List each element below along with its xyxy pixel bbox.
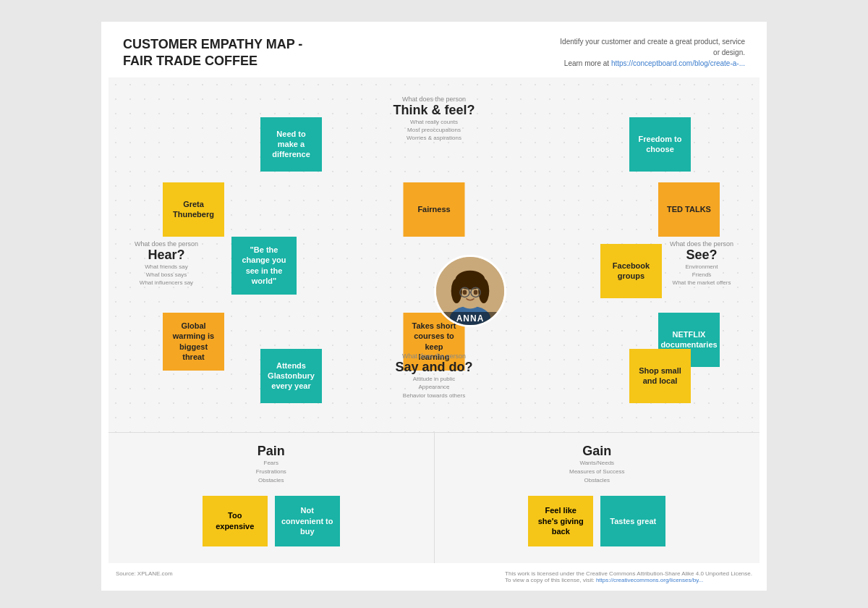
think-feel-header: What does the person — [376, 96, 492, 103]
say-do-label: What does the person Say and do? Attitud… — [376, 352, 492, 400]
footer-license-link[interactable]: https://creativecommons.org/licenses/by.… — [596, 577, 703, 583]
think-feel-sub: What really counts Most preoccupations W… — [376, 118, 492, 143]
note-facebook-groups: Facebook groups — [600, 244, 662, 298]
footer-license: This work is licensed under the Creative… — [505, 570, 752, 583]
subtitle-block: Identify your customer and create a grea… — [557, 36, 745, 69]
note-be-change: "Be the change you see in the world" — [231, 237, 297, 295]
svg-point-11 — [474, 290, 478, 295]
pain-panel: Pain Fears Frustrations Obstacles Too ex… — [109, 433, 435, 563]
say-do-sub: Attitude in public Appearance Behavior t… — [376, 375, 492, 400]
gain-note-tastes-great: Tastes great — [600, 496, 665, 546]
note-greta: Greta Thuneberg — [163, 182, 224, 237]
footer-source: Source: XPLANE.com — [116, 570, 173, 583]
page-footer: Source: XPLANE.com This work is licensed… — [101, 563, 767, 591]
hear-header: What does the person — [127, 240, 206, 248]
pain-notes: Too expensive Not convenient to buy — [123, 496, 420, 546]
gain-notes: Feel like she's giving back Tastes great — [449, 496, 746, 546]
see-title: See? — [662, 248, 741, 263]
gain-note-feel-giving: Feel like she's giving back — [528, 496, 593, 546]
subtitle-text: Identify your customer and create a grea… — [560, 38, 745, 56]
note-attends-glastonbury: Attends Glastonbury every year — [260, 349, 322, 403]
note-ted-talks: TED TALKS — [658, 182, 720, 237]
avatar-circle: ANNA — [434, 255, 506, 327]
page-header: CUSTOMER EMPATHY MAP - FAIR TRADE COFFEE… — [101, 22, 767, 77]
think-feel-label: What does the person Think & feel? What … — [376, 96, 492, 143]
map-grid: What does the person Think & feel? What … — [119, 88, 749, 421]
hear-sub: What friends say What boss says What inf… — [127, 263, 206, 287]
think-feel-title: Think & feel? — [376, 103, 492, 118]
note-need-to-make: Need to make a difference — [260, 117, 322, 172]
note-shop-small: Shop small and local — [629, 349, 691, 403]
gain-title: Gain — [449, 444, 746, 459]
see-sub: Environment Friends What the market offe… — [662, 263, 741, 287]
gain-sub: Wants/Needs Measures of Success Obstacle… — [449, 459, 746, 485]
note-global-warming: Global warming is biggest threat — [163, 313, 224, 371]
see-header: What does the person — [662, 240, 741, 248]
avatar-name: ANNA — [436, 312, 504, 325]
pain-sub: Fears Frustrations Obstacles — [123, 459, 420, 485]
page-title-line2: FAIR TRADE COFFEE — [123, 53, 302, 69]
empathy-map: What does the person Think & feel? What … — [109, 77, 760, 432]
say-do-title: Say and do? — [376, 360, 492, 375]
gain-panel: Gain Wants/Needs Measures of Success Obs… — [435, 433, 760, 563]
learn-more-text: Learn more at — [564, 59, 611, 67]
page-wrapper: CUSTOMER EMPATHY MAP - FAIR TRADE COFFEE… — [101, 22, 767, 591]
bottom-panels: Pain Fears Frustrations Obstacles Too ex… — [109, 432, 760, 563]
page-title-line1: CUSTOMER EMPATHY MAP - — [123, 36, 302, 53]
title-block: CUSTOMER EMPATHY MAP - FAIR TRADE COFFEE — [123, 36, 302, 70]
pain-note-too-expensive: Too expensive — [203, 496, 268, 546]
note-fairness: Fairness — [404, 182, 465, 237]
hear-label: What does the person Hear? What friends … — [127, 240, 206, 287]
see-label: What does the person See? Environment Fr… — [662, 240, 741, 287]
pain-title: Pain — [123, 444, 420, 459]
svg-point-10 — [463, 290, 467, 295]
hear-title: Hear? — [127, 248, 206, 263]
pain-note-not-convenient: Not convenient to buy — [275, 496, 340, 546]
learn-more-link[interactable]: https://conceptboard.com/blog/create-a-.… — [611, 59, 745, 67]
note-freedom-choose: Freedom to choose — [629, 117, 691, 172]
say-do-header: What does the person — [376, 352, 492, 360]
